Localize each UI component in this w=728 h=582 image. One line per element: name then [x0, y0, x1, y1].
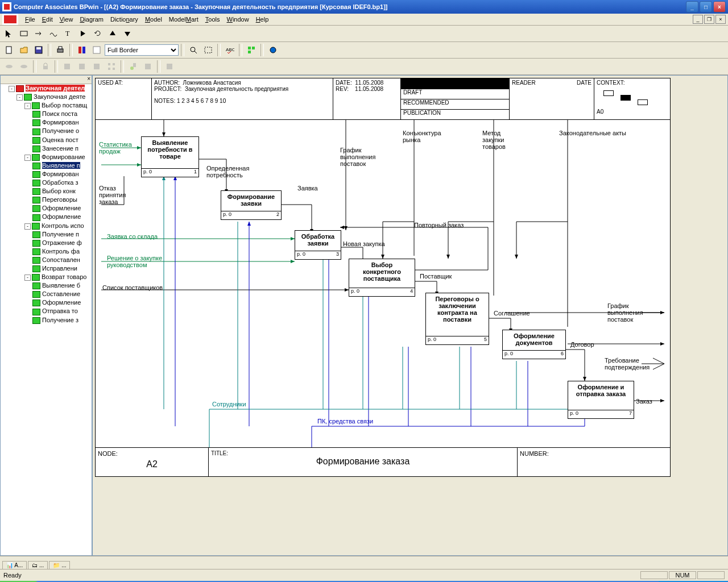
mm-btn7[interactable]: [126, 60, 140, 73]
tree-item[interactable]: Получение з: [32, 316, 92, 325]
model-explorer[interactable]: × -Закупочная деятел -Закупочная деяте -…: [0, 75, 92, 556]
activity-box-4[interactable]: Выбор конкретного поставщика p. 04: [349, 259, 415, 297]
tree-item[interactable]: Оформление: [32, 213, 92, 221]
toolbar-standard: Full Border ABC: [0, 42, 728, 59]
save-button[interactable]: [32, 43, 46, 57]
tree-item[interactable]: -Возврат товаро: [24, 273, 92, 281]
play-tool[interactable]: [76, 27, 90, 40]
statusbar: Ready NUM: [0, 569, 728, 581]
menu-model[interactable]: Model: [142, 15, 166, 24]
arrow-label: Законодательные акты: [559, 130, 627, 136]
activity-box-7[interactable]: Оформление и отправка заказа p. 07: [568, 381, 634, 419]
tree-item[interactable]: Оформление: [32, 204, 92, 213]
tree-item[interactable]: Выбор конк: [32, 187, 92, 196]
menu-help[interactable]: Help: [253, 15, 272, 24]
zoom-in-button[interactable]: [187, 43, 200, 57]
tree-item[interactable]: Формирован: [32, 118, 92, 127]
diagram-canvas[interactable]: USED AT: AUTHOR: Ложникова Анастасия PRO…: [92, 75, 728, 556]
mdi-restore[interactable]: ❐: [704, 15, 714, 24]
tree-item[interactable]: Оценка пост: [32, 136, 92, 144]
box-tool[interactable]: [17, 27, 31, 40]
redo-tool[interactable]: [91, 27, 105, 40]
up-tool[interactable]: [106, 27, 119, 40]
palette-button[interactable]: [90, 43, 104, 57]
tree-item[interactable]: -Формирование: [24, 153, 92, 161]
modelmart-button[interactable]: [266, 43, 280, 57]
mm-btn2[interactable]: [17, 60, 31, 73]
tree-item[interactable]: Составление: [32, 290, 92, 298]
mm-lock[interactable]: [39, 60, 52, 73]
open-button[interactable]: [17, 43, 31, 57]
tree-item[interactable]: Поиск поста: [32, 110, 92, 118]
menu-edit[interactable]: Edit: [39, 15, 56, 24]
tab-diagrams[interactable]: 🗂 ...: [28, 561, 48, 569]
close-button[interactable]: ×: [713, 1, 726, 13]
tree-item[interactable]: Отражение ф: [32, 239, 92, 247]
doc-icon: [2, 14, 18, 25]
explorer-close[interactable]: ×: [1, 76, 92, 84]
tree-item[interactable]: Выявление б: [32, 281, 92, 290]
svg-rect-25: [108, 68, 110, 70]
pointer-tool[interactable]: [2, 27, 16, 40]
tree-root[interactable]: -Закупочная деятел: [9, 84, 92, 93]
mm-btn1[interactable]: [2, 60, 16, 73]
arrow-label: Заявка со склада: [107, 233, 158, 240]
menu-view[interactable]: View: [56, 15, 77, 24]
mm-btn9[interactable]: [163, 60, 176, 73]
new-button[interactable]: [2, 43, 16, 57]
mm-btn3[interactable]: [60, 60, 74, 73]
arrow-tool[interactable]: [32, 27, 46, 40]
svg-rect-0: [20, 31, 27, 36]
svg-rect-23: [108, 63, 110, 65]
print-button[interactable]: [53, 43, 67, 57]
menu-tools[interactable]: Tools: [202, 15, 224, 24]
arrow-label: Решение о закупке руководством: [107, 255, 181, 268]
tree-item[interactable]: -Контроль испо: [24, 222, 92, 230]
tree-item[interactable]: Обработка з: [32, 178, 92, 187]
activity-box-6[interactable]: Оформление документов p. 06: [502, 330, 566, 359]
tree-item[interactable]: Исправлени: [32, 264, 92, 273]
text-tool[interactable]: T: [61, 27, 75, 40]
svg-point-10: [191, 47, 195, 52]
tab-activities[interactable]: 📊 A...: [2, 561, 27, 569]
mm-btn5[interactable]: [90, 60, 104, 73]
activity-box-1[interactable]: Выявление потребности в товаре p. 01: [141, 136, 199, 177]
tab-objects[interactable]: 📁 ...: [49, 561, 70, 569]
arrow-label: Метод закупки товаров: [482, 130, 522, 150]
down-tool[interactable]: [121, 27, 134, 40]
tree-item[interactable]: Переговоры: [32, 196, 92, 204]
zoom-fit-button[interactable]: [201, 43, 215, 57]
mdi-minimize[interactable]: _: [693, 15, 703, 24]
mm-btn4[interactable]: [75, 60, 89, 73]
mdi-close[interactable]: ×: [715, 15, 726, 24]
menu-diagram[interactable]: Diagram: [76, 15, 107, 24]
menu-modelmart[interactable]: ModelMart: [166, 15, 202, 24]
tree-item[interactable]: Отправка то: [32, 307, 92, 315]
svg-text:ABC: ABC: [226, 47, 234, 52]
tree-item[interactable]: Сопоставлен: [32, 256, 92, 264]
tree-item[interactable]: Получение п: [32, 230, 92, 239]
squiggle-tool[interactable]: [47, 27, 60, 40]
border-select[interactable]: Full Border: [105, 44, 179, 56]
tree-item[interactable]: Формирован: [32, 170, 92, 178]
mm-btn8[interactable]: [141, 60, 155, 73]
activity-box-2[interactable]: Формирование заявки p. 02: [221, 190, 282, 220]
tree-item[interactable]: Контроль фа: [32, 247, 92, 256]
tree-item[interactable]: Занесение п: [32, 144, 92, 153]
tree-item[interactable]: -Закупочная деяте: [16, 93, 92, 101]
tree-item[interactable]: Оформление: [32, 298, 92, 307]
model-explorer-button[interactable]: [245, 43, 258, 57]
tree-item[interactable]: -Выбор поставщ: [24, 101, 92, 110]
tree-item[interactable]: Получение о: [32, 127, 92, 135]
menu-dictionary[interactable]: Dictionary: [107, 15, 142, 24]
spellcheck-button[interactable]: ABC: [223, 43, 237, 57]
tree-item-selected[interactable]: Выявление п: [32, 161, 92, 170]
menu-file[interactable]: File: [22, 15, 39, 24]
menu-window[interactable]: Window: [224, 15, 253, 24]
minimize-button[interactable]: _: [686, 1, 698, 13]
report-button[interactable]: [75, 43, 89, 57]
mm-btn6[interactable]: [105, 60, 118, 73]
activity-box-5[interactable]: Переговоры о заключении контракта на пос…: [425, 293, 489, 345]
activity-box-3[interactable]: Обработка заявки p. 03: [295, 230, 341, 260]
maximize-button[interactable]: □: [700, 1, 712, 13]
